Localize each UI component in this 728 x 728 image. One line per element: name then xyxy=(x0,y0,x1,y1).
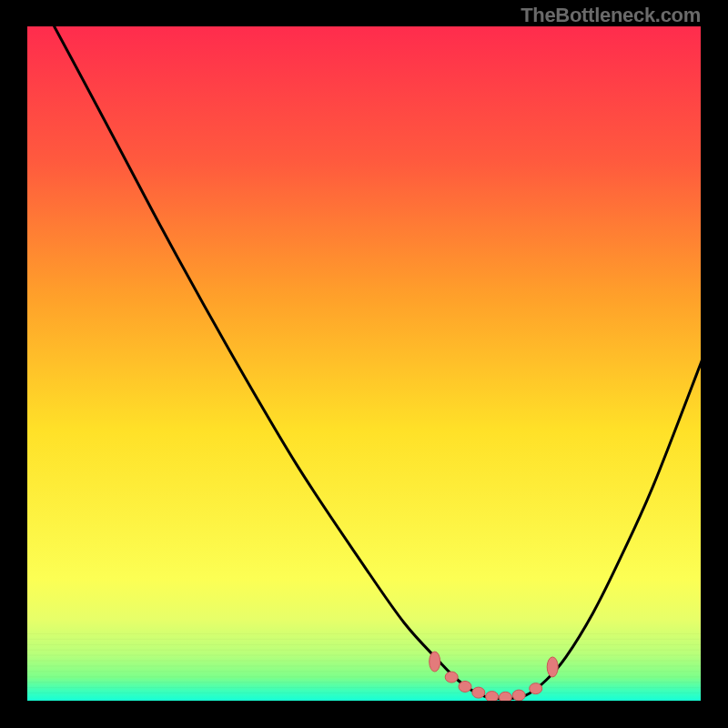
plot-area xyxy=(27,26,701,701)
chart-frame: TheBottleneck.com xyxy=(0,0,728,728)
watermark-label: TheBottleneck.com xyxy=(521,4,701,27)
gradient-background xyxy=(27,26,701,701)
